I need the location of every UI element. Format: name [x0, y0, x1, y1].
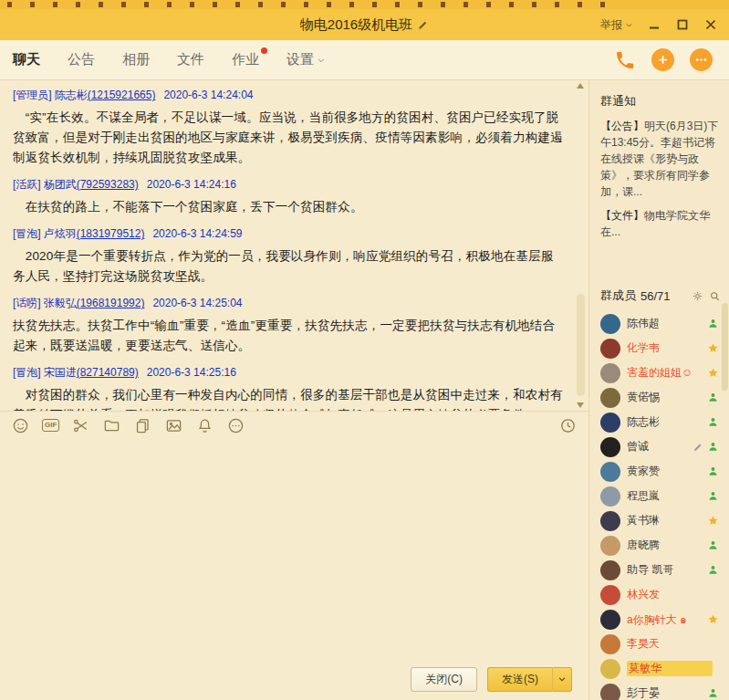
member-avatar[interactable] [600, 536, 620, 556]
member-row[interactable]: 程思嵐 [600, 484, 721, 508]
chevron-down-icon [317, 56, 326, 65]
plus-icon [657, 54, 669, 66]
member-row[interactable]: 曾诚 [600, 434, 721, 459]
member-avatar[interactable] [600, 339, 620, 359]
message-history-clock-icon[interactable] [558, 416, 578, 435]
member-row[interactable]: 化学韦 [600, 336, 721, 360]
more-actions-button[interactable] [690, 48, 713, 71]
sender-name[interactable]: 张毅弘 [44, 297, 77, 309]
member-row[interactable]: 黃书琳 [600, 508, 721, 533]
tab-相册[interactable]: 相册 [122, 51, 150, 68]
tab-公告[interactable]: 公告 [68, 51, 95, 68]
titlebar[interactable]: 物电2016级机电班 举报 [0, 9, 729, 40]
sender-uid-link[interactable]: (1968191992) [77, 297, 145, 309]
member-row[interactable]: 黄家赞 [600, 459, 721, 484]
chat-message-area[interactable]: [管理员]陈志彬(1215921665)2020-6-3 14:24:04 “实… [0, 80, 588, 411]
tab-label: 设置 [286, 51, 314, 68]
member-row[interactable]: 彭于晏 [600, 681, 721, 700]
member-scrollbar-thumb[interactable] [722, 303, 728, 391]
notice-tag: 【公告】 [600, 120, 644, 132]
chat-scrollbar-thumb[interactable] [577, 294, 585, 396]
tab-作业[interactable]: 作业 [232, 51, 259, 68]
report-menu[interactable]: 举报 [600, 17, 633, 33]
member-row[interactable]: 莫敏华 [600, 656, 721, 681]
member-name: 化学韦 [627, 340, 701, 356]
maximize-button[interactable] [675, 17, 690, 32]
gif-icon[interactable]: GIF [42, 419, 59, 432]
member-row[interactable]: 害羞的姐姐☺ [600, 360, 721, 385]
tab-label: 文件 [177, 51, 204, 68]
member-search-icon[interactable] [709, 290, 721, 302]
member-avatar[interactable] [600, 388, 620, 408]
member-row[interactable]: 陈志彬 [600, 410, 721, 434]
tab-设置[interactable]: 设置 [286, 51, 326, 68]
member-avatar[interactable] [600, 585, 620, 605]
screenshot-scissors-icon[interactable] [71, 416, 90, 435]
sender-uid-link[interactable]: (792593283) [77, 178, 139, 191]
member-avatar[interactable] [600, 437, 620, 457]
sender-uid-link[interactable]: (1215921665) [88, 89, 156, 101]
file-send-icon[interactable] [133, 416, 152, 435]
member-avatar[interactable] [600, 363, 620, 383]
member-avatar[interactable] [600, 560, 620, 580]
sender-name[interactable]: 宋国进 [44, 366, 77, 379]
notice-tag: 【文件】 [600, 209, 644, 222]
online-member-icon [707, 687, 719, 699]
member-row[interactable]: 助导 凯哥 [600, 558, 721, 582]
member-settings-gear-icon[interactable] [692, 290, 703, 302]
close-chat-button[interactable]: 关闭(C) [411, 667, 477, 692]
add-member-button[interactable] [651, 48, 674, 71]
member-row[interactable]: 黄偌惕 [600, 385, 721, 410]
member-name: 黄家赞 [627, 464, 701, 479]
sender-name[interactable]: 陈志彬 [55, 89, 88, 101]
member-row[interactable]: 唐晓腾 [600, 533, 721, 558]
edit-title-pencil-icon[interactable] [417, 19, 429, 31]
message-input[interactable] [0, 439, 588, 658]
notice-item[interactable]: 【公告】明天(6月3日)下午13:45分。李超书记将在线授课《形势与政策》，要求… [600, 118, 721, 200]
member-avatar[interactable] [600, 486, 620, 507]
report-label: 举报 [600, 17, 622, 33]
sender-uid-link[interactable]: (1831979512) [77, 227, 145, 240]
member-name: 林兴发 [627, 587, 713, 602]
close-button[interactable] [703, 17, 718, 32]
online-member-icon [707, 318, 719, 329]
online-member-icon [707, 416, 719, 428]
tab-文件[interactable]: 文件 [177, 51, 204, 68]
more-tools-icon[interactable] [226, 416, 245, 435]
bell-icon[interactable] [195, 416, 214, 435]
online-member-icon [707, 465, 719, 477]
emoji-icon[interactable] [11, 416, 30, 435]
member-avatar[interactable] [600, 659, 620, 679]
sender-name[interactable]: 杨团武 [44, 178, 77, 191]
sender-name[interactable]: 卢炫羽 [44, 227, 77, 240]
member-avatar[interactable] [600, 413, 620, 433]
tab-list: 聊天 公告 相册 文件 作业 设置 [13, 51, 326, 68]
scroll-down-arrow[interactable] [577, 402, 584, 408]
member-row[interactable]: a你胸针大 ๑ [600, 607, 721, 632]
member-row[interactable]: 陈伟超 [600, 311, 721, 336]
message-header: [话唠]张毅弘(1968191992)2020-6-3 14:25:04 [13, 296, 563, 311]
minimize-button[interactable] [647, 17, 661, 32]
member-row[interactable]: 李昊天 [600, 632, 721, 656]
member-scrollbar[interactable] [722, 303, 728, 695]
member-level-tag: [冒泡] [13, 366, 41, 379]
member-avatar[interactable] [600, 462, 620, 482]
scroll-up-arrow[interactable] [577, 83, 584, 89]
voice-call-icon[interactable] [614, 49, 636, 71]
member-name: 陈伟超 [627, 316, 701, 331]
member-row[interactable]: 林兴发 [600, 582, 721, 607]
member-list[interactable]: 陈伟超 化学韦 害羞的姐姐☺ 黄偌惕 [600, 311, 721, 700]
send-button[interactable]: 发送(S) [487, 667, 553, 692]
image-icon[interactable] [164, 416, 183, 435]
folder-icon[interactable] [102, 416, 121, 435]
send-options-dropdown[interactable] [553, 667, 572, 692]
member-avatar[interactable] [600, 511, 620, 531]
member-avatar[interactable] [600, 610, 620, 630]
tab-聊天[interactable]: 聊天 [13, 51, 40, 68]
member-name: 李昊天 [627, 636, 713, 652]
member-avatar[interactable] [600, 684, 620, 700]
sender-uid-link[interactable]: (827140789) [77, 366, 139, 379]
member-avatar[interactable] [600, 634, 620, 654]
member-avatar[interactable] [600, 314, 620, 334]
notice-item[interactable]: 【文件】物电学院文华在... [600, 207, 721, 240]
